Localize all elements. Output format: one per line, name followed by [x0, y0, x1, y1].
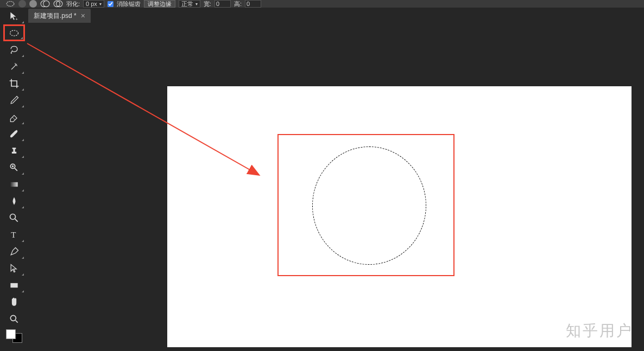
tab-title: 新建项目.psd * [34, 11, 77, 21]
feather-label: 羽化: [66, 0, 80, 8]
width-label: 宽: [204, 0, 211, 8]
svg-point-2 [43, 1, 49, 7]
options-bar: 羽化: 0 px▾ 消除锯齿 调整边缘 正常▾ 宽: 高: [0, 0, 644, 8]
style-dropdown[interactable]: 正常▾ [179, 0, 200, 8]
height-input[interactable] [245, 0, 261, 8]
svg-point-14 [10, 315, 16, 321]
eyedropper-tool[interactable] [3, 92, 25, 109]
pen-tool[interactable] [3, 243, 25, 260]
refine-edge-button[interactable]: 调整边缘 [144, 0, 175, 8]
width-input[interactable] [214, 0, 231, 8]
anti-alias-label: 消除锯齿 [117, 0, 141, 8]
document-tab[interactable]: 新建项目.psd * × [28, 9, 91, 23]
move-tool[interactable]: + [3, 8, 25, 24]
text-tool[interactable]: T [3, 226, 25, 243]
canvas[interactable] [167, 86, 632, 347]
feather-input[interactable]: 0 px▾ [83, 0, 104, 8]
dodge-tool[interactable] [3, 159, 25, 176]
intersect-selection-mode-icon[interactable] [53, 0, 63, 8]
svg-point-0 [7, 2, 14, 7]
add-selection-mode-icon[interactable] [29, 0, 37, 8]
svg-point-9 [12, 165, 14, 167]
tab-bar: 新建项目.psd * × [28, 8, 91, 24]
height-label: 高: [234, 0, 242, 8]
color-swatch[interactable] [6, 329, 22, 343]
path-selection-tool[interactable] [3, 260, 25, 277]
svg-point-7 [16, 64, 17, 65]
toolbar: + [3, 8, 25, 343]
smudge-tool[interactable] [3, 209, 25, 226]
close-icon[interactable]: × [81, 11, 85, 20]
anti-alias-checkbox[interactable] [108, 1, 113, 7]
blur-tool[interactable] [3, 193, 25, 209]
gradient-tool[interactable] [3, 176, 25, 193]
clone-stamp-tool[interactable] [3, 142, 25, 159]
brush-tool[interactable] [3, 125, 25, 142]
subtract-selection-mode-icon[interactable] [40, 0, 50, 8]
marquee-icon [5, 0, 15, 8]
magic-wand-tool[interactable] [3, 58, 25, 75]
svg-rect-13 [10, 283, 17, 287]
new-selection-mode-icon[interactable] [18, 0, 26, 8]
rectangle-tool[interactable] [3, 277, 25, 293]
foreground-color-swatch[interactable] [6, 329, 16, 339]
elliptical-marquee-tool[interactable] [3, 24, 25, 41]
svg-point-11 [10, 214, 16, 219]
lasso-tool[interactable] [3, 41, 25, 58]
svg-point-6 [10, 30, 18, 36]
svg-text:T: T [11, 231, 16, 239]
eraser-tool[interactable] [3, 109, 25, 125]
crop-tool[interactable] [3, 75, 25, 92]
zoom-tool[interactable] [3, 310, 25, 327]
svg-rect-10 [10, 182, 17, 186]
hand-tool[interactable] [3, 293, 25, 310]
svg-text:+: + [16, 17, 18, 22]
